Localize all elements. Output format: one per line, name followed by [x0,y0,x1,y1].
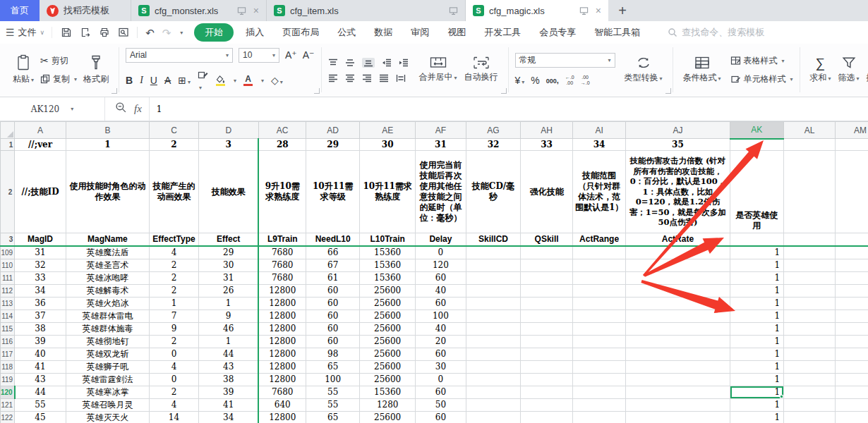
cell[interactable]: //;ver [15,139,66,151]
column-header[interactable]: B [66,122,149,139]
cell[interactable] [784,322,836,335]
cell[interactable]: 9 [198,309,258,322]
cell[interactable]: 英雄寒冰掌 [66,386,149,398]
cell[interactable] [784,297,836,309]
cell[interactable]: 34 [15,284,66,297]
cell[interactable]: 1280 [360,398,416,411]
row-header[interactable]: 120 [1,386,15,398]
cell[interactable]: 40 [416,284,466,297]
new-tab-button[interactable]: + [608,0,637,21]
cell[interactable]: 15360 [360,386,416,398]
cell[interactable]: 29 [198,246,258,259]
cell[interactable]: 英雄火焰冰 [66,297,149,309]
cell[interactable]: 12800 [258,309,306,322]
cell[interactable] [835,411,868,423]
cell[interactable] [521,386,573,398]
cell[interactable]: 2 [150,271,199,284]
row-header[interactable]: 117 [1,348,15,360]
cell[interactable]: 英雄解毒术 [66,284,149,297]
cell[interactable]: 60 [416,411,466,423]
font-color-button[interactable]: A [243,75,253,86]
cell[interactable]: 39 [15,335,66,348]
cell[interactable]: 英雄魔法盾 [66,246,149,259]
cell[interactable] [466,411,521,423]
cell[interactable]: 25600 [360,309,416,322]
cell[interactable]: Effect [198,233,258,246]
cell[interactable]: 7 [150,309,199,322]
cell[interactable]: 44 [198,348,258,360]
close-icon[interactable]: × [253,6,259,16]
zoom-selection-icon[interactable] [115,102,127,116]
cell[interactable]: 25600 [360,411,416,423]
cell[interactable]: 60 [416,348,466,360]
cell[interactable]: 使用完当前技能后再次使用其他任意技能之间的延时（单位：毫秒） [416,151,466,233]
cell[interactable] [466,386,521,398]
cell[interactable] [784,139,836,151]
name-box[interactable]: AK120 ▾ [0,97,105,121]
cell[interactable] [572,322,625,335]
align-center-button[interactable] [345,74,355,82]
cell[interactable] [835,386,868,398]
cell[interactable]: 34 [198,411,258,423]
cell[interactable] [626,348,730,360]
cell[interactable]: 36 [15,297,66,309]
cell[interactable]: 15360 [360,271,416,284]
cell[interactable]: 4 [150,398,199,411]
menu-tab[interactable]: 审阅 [402,23,438,42]
merge-center-button[interactable]: 合并居中▾ [416,56,461,83]
cell[interactable]: 0 [150,348,199,360]
cell[interactable] [466,259,521,271]
cell[interactable] [626,322,730,335]
row-header[interactable]: 114 [1,309,15,322]
cell[interactable]: 55 [306,386,360,398]
cell[interactable] [572,348,625,360]
cell[interactable] [835,233,868,246]
menu-tab[interactable]: 开发工具 [475,23,530,42]
cell[interactable]: 30 [198,259,258,271]
cell[interactable]: 英雄灭天火 [66,411,149,423]
menu-tab[interactable]: 智能工具箱 [585,23,649,42]
row-header[interactable]: 122 [1,411,15,423]
cell[interactable] [835,348,868,360]
cell[interactable] [466,373,521,386]
cell[interactable]: 1 [730,297,784,309]
cell[interactable] [730,233,784,246]
cell[interactable]: 40 [15,348,66,360]
cell[interactable] [466,348,521,360]
cell[interactable] [521,335,573,348]
cell[interactable]: 41 [198,398,258,411]
cell[interactable] [835,360,868,373]
font-name-select[interactable]: Arial▾ [126,48,233,63]
column-header[interactable]: AE [360,122,416,139]
column-header[interactable]: AL [784,122,836,139]
cell[interactable]: 25600 [360,373,416,386]
sort-button[interactable]: 排序▾ [863,56,868,84]
cell[interactable]: 33 [15,271,66,284]
cut-button[interactable]: ✂剪切 [40,55,77,67]
cell[interactable]: 技能产生的动画效果 [150,151,199,233]
cell[interactable]: 1 [150,297,199,309]
cell[interactable]: L10Train [360,233,416,246]
cell[interactable]: 60 [306,284,360,297]
type-convert-button[interactable]: 类型转换▾ [621,56,666,84]
menu-tab[interactable]: 页面布局 [273,23,328,42]
shrink-font-button[interactable]: A⁻ [303,49,315,61]
cell[interactable]: 0 [150,373,199,386]
cell[interactable]: 技能CD/毫秒 [466,151,521,233]
cell[interactable] [626,246,730,259]
cell[interactable]: 12800 [258,284,306,297]
cell[interactable]: 60 [306,335,360,348]
row-header[interactable]: 3 [1,233,15,246]
cell[interactable]: 55 [15,398,66,411]
cell[interactable] [626,386,730,398]
column-header[interactable]: AH [521,122,573,139]
row-header[interactable]: 115 [1,322,15,335]
cell[interactable]: Delay [416,233,466,246]
cell[interactable]: 英雄群体雷电 [66,309,149,322]
cell[interactable]: QSkill [521,233,573,246]
doc-tab-monster[interactable]: S cfg_monster.xls × [131,0,267,21]
cell[interactable] [466,297,521,309]
clear-button[interactable]: ◇▾ [271,74,283,87]
cell[interactable]: 15360 [360,259,416,271]
cell[interactable]: 4 [150,360,199,373]
